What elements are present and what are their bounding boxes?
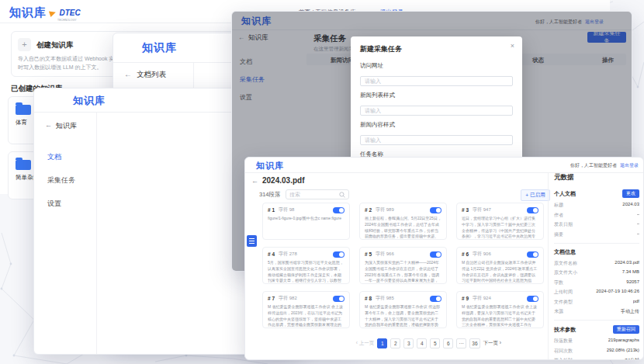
- modal-field: 新闻内容样式: [360, 121, 513, 145]
- metadata-row: 来源手动上传: [554, 308, 639, 315]
- char-count: 字符 966: [376, 251, 430, 258]
- kb-nav-item[interactable]: 文档: [47, 152, 75, 162]
- doc-type-rows: 标题2024.03作者–发表日期–摘要–: [554, 202, 639, 238]
- paragraph-text: M 省纪委监委全面部署巡察工作会议 传达部署今年工作，会上强调，要全面贯彻党的二…: [365, 304, 441, 328]
- enabled-toggle[interactable]: [430, 251, 441, 258]
- field-label: 新闻内容样式: [360, 121, 513, 129]
- prev-page-button[interactable]: 上一页: [356, 340, 374, 347]
- page-button[interactable]: ···: [456, 338, 466, 348]
- metadata-row: 段落数量219paragraphs: [554, 338, 639, 345]
- metadata-row: 原文件大小7.34 MB: [554, 269, 639, 276]
- search-box[interactable]: [286, 189, 349, 199]
- kb-nav-item[interactable]: 采集任务: [47, 175, 75, 185]
- search-input[interactable]: [289, 192, 339, 197]
- doclist-logo: 知识库: [142, 41, 177, 55]
- paragraph-text: figure/1-figure-0.jpg/图中包含c name:figure: [268, 216, 345, 240]
- field-input[interactable]: [360, 76, 513, 86]
- paragraph-index: # 1: [268, 207, 275, 213]
- metadata-row: 字数92057: [554, 279, 639, 286]
- char-count: 字符 989: [376, 206, 430, 213]
- page-button[interactable]: 36: [469, 338, 480, 348]
- brand-name: DTEC: [59, 9, 80, 17]
- enabled-filter-button[interactable]: +已启用: [521, 189, 550, 201]
- paragraph-card[interactable]: # 5 字符 966 为深入贯彻落实党的二十大精神——2024年全国图书馆工作会…: [359, 247, 447, 284]
- paragraph-card[interactable]: # 3 字符 947 近日，党组理论学习中心组（扩大）进行集中学习，深入学习贯彻…: [456, 203, 544, 240]
- metadata-title: 元数据: [554, 173, 639, 182]
- modal-field: 新闻列表样式: [360, 92, 513, 116]
- enabled-toggle[interactable]: [333, 296, 345, 302]
- enabled-toggle[interactable]: [527, 251, 538, 258]
- paragraph-text: M 省纪委监委全面部署巡视工作会议 会上这样传达指出，2023年，在以习近平总书…: [268, 304, 345, 328]
- paragraph-index: # 9: [462, 296, 469, 301]
- field-input[interactable]: [360, 106, 513, 116]
- enabled-toggle[interactable]: [333, 207, 345, 213]
- paragraph-index: # 2: [365, 207, 372, 213]
- page-button[interactable]: 4: [417, 338, 427, 348]
- metadata-row: 文件类型pdf: [554, 299, 639, 306]
- enabled-toggle[interactable]: [430, 207, 441, 213]
- plus-icon: +: [18, 38, 31, 51]
- paragraph-index: # 6: [462, 251, 469, 257]
- kb-nav-item[interactable]: 设置: [47, 199, 75, 209]
- paragraph-text: 近日，党组理论学习中心组（扩大）进行集中学习，深入学习贯彻二十届中央纪委三次全会…: [462, 216, 538, 240]
- paragraph-count: 314段落: [259, 191, 281, 199]
- kb-logo: 知识库: [73, 94, 106, 108]
- char-count: 字符 985: [376, 295, 430, 302]
- field-label: 访问网址: [360, 62, 513, 70]
- paragraph-index: # 3: [462, 207, 469, 213]
- enabled-toggle[interactable]: [527, 296, 538, 302]
- metadata-row: 召回次数292.08% (213k): [554, 348, 639, 355]
- re-recall-button[interactable]: 重新召回: [613, 325, 639, 334]
- paragraph-card[interactable]: # 7 字符 982 M 省纪委监委全面部署巡视工作会议 会上这样传达指出，20…: [262, 291, 350, 328]
- paragraph-card[interactable]: # 2 字符 989 画上新征程，春晖满山河。5月22日至25日，2024年全国…: [359, 203, 447, 240]
- create-kb-title: 创建知识库: [36, 40, 74, 50]
- plus-icon: +: [525, 192, 528, 198]
- page-button[interactable]: 1: [377, 338, 387, 348]
- metadata-panel: 元数据 个人文档 更改 标题2024.03作者–发表日期–摘要– 文档信息 原文…: [554, 173, 639, 360]
- logout-link[interactable]: 退出登录: [620, 162, 639, 169]
- page-buttons: 123456···36: [377, 338, 480, 348]
- paragraph-card[interactable]: # 8 字符 985 M 省纪委监委全面部署巡察工作会议 传达部署今年工作，会上…: [359, 291, 447, 328]
- back-icon[interactable]: ←: [124, 70, 132, 78]
- doclist-title: 文档列表: [137, 70, 166, 80]
- paragraph-card[interactable]: # 6 字符 906 M 自治区公司召开全面深化改革工作会议并传达 1月22日 …: [456, 247, 544, 284]
- field-label: 新闻列表样式: [360, 92, 513, 99]
- change-button[interactable]: 更改: [622, 189, 639, 198]
- search-icon: [339, 192, 345, 198]
- close-icon[interactable]: ×: [511, 42, 514, 50]
- doc-type-heading: 个人文档: [554, 190, 576, 198]
- paragraph-card[interactable]: # 4 字符 278 5月，国家图书馆学习贯彻习近平文化思想，认真落实全国宣传思…: [262, 247, 350, 284]
- brand-subtext: TECHNOLOGY: [57, 19, 81, 22]
- enabled-toggle[interactable]: [527, 207, 538, 213]
- metadata-row: 标题2024.03: [554, 202, 639, 209]
- doc-info-rows: 原文件名称2024.03.pdf原文件大小7.34 MB字数92057上传时间2…: [554, 260, 639, 316]
- paragraph-card[interactable]: # 9 字符 924 M 省纪委监委全面部署巡视工作会议 会上这样强调，要深入学…: [456, 291, 544, 328]
- page-button[interactable]: 6: [443, 338, 453, 348]
- back-icon[interactable]: ←: [251, 177, 258, 185]
- char-count: 字符 982: [279, 295, 333, 302]
- metadata-row: 上传时间2024-07-19 10:46:26: [554, 289, 639, 296]
- metadata-row: 发表日期–: [554, 221, 639, 228]
- paragraph-index: # 8: [365, 296, 372, 301]
- metadata-row: 作者–: [554, 212, 639, 219]
- page-button[interactable]: 5: [430, 338, 440, 348]
- page-button[interactable]: 2: [390, 338, 400, 348]
- screen: 知识库 DTEC TECHNOLOGY 首页 / 工程信息设备库 退出登录 + …: [0, 0, 644, 364]
- paragraph-card[interactable]: # 1 字符 98 figure/1-figure-0.jpg/图中包含c na…: [262, 203, 350, 240]
- side-panel-handle[interactable]: [247, 235, 257, 247]
- page-button[interactable]: 3: [403, 338, 414, 348]
- field-input[interactable]: [360, 135, 513, 145]
- kb-nav: 文档采集任务设置: [47, 152, 75, 209]
- pagination: 上一页 123456···36 下一页: [309, 338, 501, 348]
- enabled-toggle[interactable]: [430, 296, 441, 302]
- enabled-toggle[interactable]: [333, 251, 345, 258]
- paragraph-text: 画上新征程，春晖满山河。5月22日至25日，2024年全国图书馆工作会议，总结了…: [365, 216, 441, 240]
- char-count: 字符 947: [473, 206, 527, 213]
- next-page-button[interactable]: 下一页: [483, 340, 501, 347]
- char-count: 字符 906: [473, 251, 527, 258]
- tech-rows: 段落数量219paragraphs召回次数292.08% (213k)嵌入耗时7…: [554, 338, 639, 360]
- kb-back-label: 知识库: [56, 121, 77, 131]
- doc-logo: 知识库: [256, 160, 284, 172]
- back-icon[interactable]: ←: [45, 121, 52, 129]
- modal-field: 访问网址: [360, 62, 513, 86]
